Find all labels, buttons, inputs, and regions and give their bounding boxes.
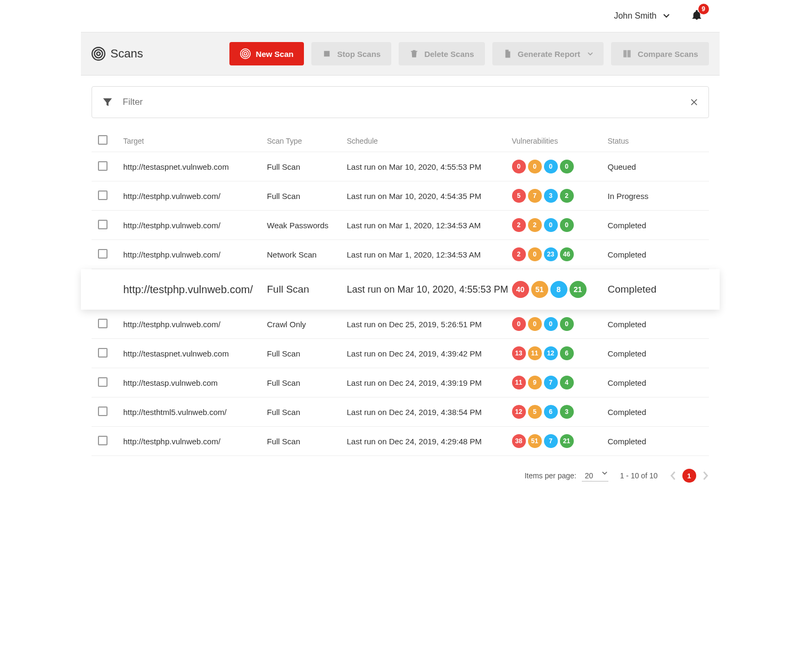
row-checkbox[interactable] [98, 377, 108, 387]
svg-point-1 [94, 49, 102, 57]
vuln-badge: 0 [528, 317, 542, 331]
vuln-badge: 6 [560, 346, 574, 360]
cell-schedule: Last run on Dec 24, 2019, 4:38:54 PM [347, 408, 512, 417]
vuln-badge: 0 [528, 247, 542, 261]
vuln-badge: 2 [560, 189, 574, 203]
topbar: John Smith 9 [81, 0, 720, 32]
vuln-badge: 21 [570, 281, 587, 298]
cell-scan-type: Weak Passwords [267, 221, 347, 230]
table-row[interactable]: http://testphp.vulnweb.com/Weak Password… [92, 211, 709, 240]
scans-table: Target Scan Type Schedule Vulnerabilitie… [92, 130, 709, 456]
cell-target: http://testphp.vulnweb.com/ [123, 221, 267, 230]
vuln-badge: 23 [544, 247, 558, 261]
cell-scan-type: Full Scan [267, 437, 347, 446]
table-row[interactable]: http://testphp.vulnweb.com/Crawl OnlyLas… [92, 310, 709, 339]
current-page[interactable]: 1 [682, 469, 696, 483]
row-checkbox[interactable] [98, 161, 108, 171]
next-page-button[interactable] [702, 471, 709, 480]
filter-input[interactable] [122, 96, 689, 108]
cell-vulnerabilities: 11974 [512, 376, 608, 389]
vuln-badge: 4 [560, 376, 574, 389]
cell-vulnerabilities: 0000 [512, 317, 608, 331]
page-title-wrap: Scans [92, 47, 143, 61]
cell-status: Completed [608, 284, 714, 295]
cell-status: Completed [608, 437, 714, 446]
vuln-badge: 7 [544, 376, 558, 389]
items-per-page-select[interactable]: 20 [582, 470, 608, 482]
vuln-badge: 0 [560, 317, 574, 331]
table-row[interactable]: http://testhtml5.vulnweb.com/Full ScanLa… [92, 397, 709, 427]
col-schedule: Schedule [347, 137, 512, 145]
vuln-badge: 9 [528, 376, 542, 389]
row-checkbox[interactable] [98, 406, 108, 416]
cell-status: In Progress [608, 192, 714, 201]
table-row[interactable]: http://testphp.vulnweb.com/Full ScanLast… [92, 181, 709, 211]
row-checkbox[interactable] [98, 220, 108, 229]
vuln-badge: 13 [512, 346, 526, 360]
select-all-checkbox[interactable] [98, 135, 108, 145]
cell-status: Completed [608, 320, 714, 329]
trash-icon [409, 49, 419, 59]
user-menu[interactable]: John Smith [614, 11, 669, 21]
cell-status: Completed [608, 378, 714, 387]
cell-target: http://testphp.vulnweb.com/ [123, 192, 267, 201]
vuln-badge: 51 [528, 434, 542, 448]
stop-scans-label: Stop Scans [337, 49, 381, 59]
generate-report-button[interactable]: Generate Report [492, 42, 604, 65]
table-header: Target Scan Type Schedule Vulnerabilitie… [92, 130, 709, 152]
cell-scan-type: Full Scan [267, 284, 347, 295]
prev-page-button[interactable] [670, 471, 677, 480]
clear-filter-button[interactable] [689, 97, 699, 107]
notifications-button[interactable]: 9 [691, 9, 703, 23]
vuln-badge: 3 [544, 189, 558, 203]
table-row[interactable]: http://testphp.vulnweb.com/Network ScanL… [92, 240, 709, 269]
pager-range: 1 - 10 of 10 [620, 471, 658, 480]
row-checkbox[interactable] [98, 436, 108, 445]
caret-down-icon [663, 14, 670, 18]
cell-vulnerabilities: 12563 [512, 405, 608, 419]
user-name: John Smith [614, 11, 656, 21]
table-row[interactable]: http://testphp.vulnweb.com/Full ScanLast… [92, 427, 709, 456]
vuln-badge: 0 [512, 317, 526, 331]
vuln-badge: 38 [512, 434, 526, 448]
cell-scan-type: Crawl Only [267, 320, 347, 329]
vuln-badge: 0 [528, 160, 542, 173]
table-row[interactable]: http://testaspnet.vulnweb.comFull ScanLa… [92, 339, 709, 368]
toolbar: Scans New Scan Stop Scans Delete Scans G [81, 32, 720, 76]
cell-schedule: Last run on Mar 10, 2020, 4:54:35 PM [347, 192, 512, 201]
items-per-page-value: 20 [585, 471, 593, 480]
vuln-badge: 8 [550, 281, 567, 298]
delete-scans-button[interactable]: Delete Scans [399, 42, 484, 65]
row-checkbox[interactable] [98, 348, 108, 358]
stop-scans-button[interactable]: Stop Scans [311, 42, 391, 65]
table-row[interactable]: http://testaspnet.vulnweb.comFull ScanLa… [92, 152, 709, 181]
table-row[interactable]: http://testphp.vulnweb.com/Full ScanLast… [81, 269, 720, 310]
row-checkbox[interactable] [98, 319, 108, 328]
table-row[interactable]: http://testasp.vulnweb.comFull ScanLast … [92, 368, 709, 397]
vuln-badge: 7 [544, 434, 558, 448]
cell-target: http://testphp.vulnweb.com/ [123, 250, 267, 259]
cell-target: http://testphp.vulnweb.com/ [123, 437, 267, 446]
vuln-badge: 0 [512, 160, 526, 173]
vuln-badge: 2 [528, 218, 542, 232]
vuln-badge: 0 [544, 317, 558, 331]
cell-schedule: Last run on Dec 25, 2019, 5:26:51 PM [347, 320, 512, 329]
row-checkbox[interactable] [98, 190, 108, 200]
new-scan-button[interactable]: New Scan [229, 42, 304, 65]
vuln-badge: 5 [528, 405, 542, 419]
document-icon [503, 49, 513, 59]
vuln-badge: 0 [560, 218, 574, 232]
row-checkbox[interactable] [98, 249, 108, 259]
cell-scan-type: Full Scan [267, 408, 347, 417]
cell-vulnerabilities: 0000 [512, 160, 608, 173]
filter-bar [92, 86, 709, 118]
cell-schedule: Last run on Mar 10, 2020, 4:55:53 PM [347, 284, 512, 295]
vuln-badge: 0 [544, 160, 558, 173]
cell-status: Completed [608, 408, 714, 417]
cell-schedule: Last run on Mar 10, 2020, 4:55:53 PM [347, 162, 512, 171]
cell-scan-type: Network Scan [267, 250, 347, 259]
items-per-page-label: Items per page: [524, 471, 576, 480]
svg-point-0 [96, 52, 100, 56]
compare-scans-button[interactable]: Compare Scans [611, 42, 708, 65]
vuln-badge: 46 [560, 247, 574, 261]
